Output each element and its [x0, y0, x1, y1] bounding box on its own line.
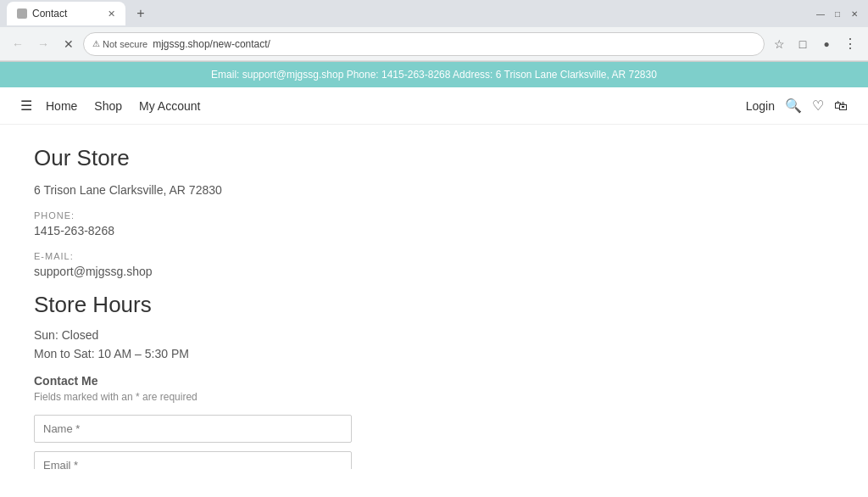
site-content: Email: support@mjgssg.shop Phone: 1415-2… [0, 62, 868, 469]
search-icon[interactable]: 🔍 [785, 98, 802, 114]
tab-favicon [17, 8, 27, 19]
bookmark-button[interactable]: ☆ [768, 33, 790, 55]
site-navigation: Home Shop My Account [46, 99, 200, 113]
security-indicator: ⚠ Not secure [92, 39, 147, 49]
lock-icon: ⚠ [92, 39, 100, 48]
address-bar[interactable]: ⚠ Not secure mjgssg.shop/new-contact/ [83, 32, 765, 56]
hours-title: Store Hours [34, 292, 627, 318]
tab-close-btn[interactable]: ✕ [108, 8, 115, 20]
contact-form-title: Contact Me [34, 374, 627, 388]
extensions-button[interactable]: □ [792, 33, 814, 55]
new-tab-button[interactable]: + [129, 2, 153, 25]
maximize-button[interactable]: □ [831, 7, 844, 20]
tab-title: Contact [32, 8, 67, 20]
active-tab[interactable]: Contact ✕ [7, 2, 125, 25]
phone-value: 1415-263-8268 [34, 224, 627, 237]
header-actions: Login 🔍 ♡ 🛍 [746, 98, 848, 114]
menu-button[interactable]: ⋮ [839, 33, 861, 55]
email-input[interactable] [34, 451, 352, 469]
window-controls: — □ ✕ [814, 7, 861, 20]
wishlist-icon[interactable]: ♡ [812, 98, 824, 114]
hours-section: Store Hours Sun: Closed Mon to Sat: 10 A… [34, 292, 627, 360]
back-button[interactable]: ← [7, 33, 29, 55]
login-button[interactable]: Login [746, 99, 775, 113]
site-header: ☰ Home Shop My Account Login 🔍 ♡ 🛍 [0, 87, 868, 125]
hours-weekdays: Mon to Sat: 10 AM – 5:30 PM [34, 347, 627, 360]
hours-sun: Sun: Closed [34, 328, 627, 342]
profile-button[interactable]: ● [815, 33, 837, 55]
nav-home[interactable]: Home [46, 99, 77, 113]
reload-button[interactable]: ✕ [58, 33, 80, 55]
window-close-button[interactable]: ✕ [848, 7, 861, 20]
phone-label: PHONE: [34, 210, 627, 221]
store-address: 6 Trison Lane Clarksville, AR 72830 [34, 183, 627, 197]
top-banner: Email: support@mjgssg.shop Phone: 1415-2… [0, 62, 868, 87]
title-bar: Contact ✕ + — □ ✕ [0, 0, 868, 27]
navigation-bar: ← → ✕ ⚠ Not secure mjgssg.shop/new-conta… [0, 27, 868, 61]
main-content: Our Store 6 Trison Lane Clarksville, AR … [0, 125, 661, 469]
email-value: support@mjgssg.shop [34, 265, 627, 278]
forward-button[interactable]: → [32, 33, 54, 55]
browser-chrome: Contact ✕ + — □ ✕ ← → ✕ ⚠ Not secure mjg… [0, 0, 868, 62]
cart-icon[interactable]: 🛍 [834, 98, 848, 114]
security-label: Not secure [103, 39, 147, 49]
banner-text: Email: support@mjgssg.shop Phone: 1415-2… [211, 69, 657, 81]
name-input[interactable] [34, 415, 352, 443]
nav-my-account[interactable]: My Account [139, 99, 200, 113]
address-text: mjgssg.shop/new-contact/ [153, 38, 270, 50]
nav-shop[interactable]: Shop [94, 99, 122, 113]
our-store-title: Our Store [34, 145, 627, 171]
email-label: E-MAIL: [34, 251, 627, 261]
hamburger-menu[interactable]: ☰ [20, 98, 32, 114]
browser-nav-icons: ☆ □ ● ⋮ [768, 33, 861, 55]
required-fields-note: Fields marked with an * are required [34, 391, 627, 403]
minimize-button[interactable]: — [814, 7, 827, 20]
